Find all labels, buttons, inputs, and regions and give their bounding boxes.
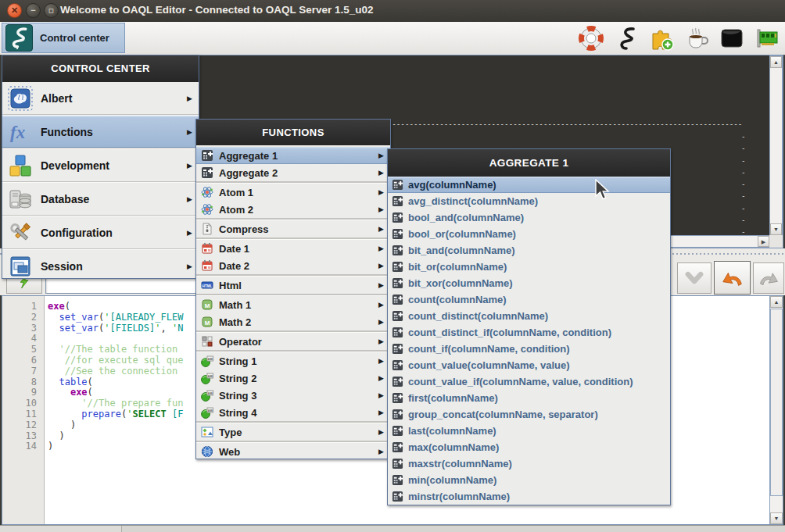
snake-icon[interactable] bbox=[614, 26, 639, 51]
menu-item-bit-and-label: bit_and(columnName) bbox=[408, 245, 515, 256]
menu-item-string-3[interactable]: ABString 3▶ bbox=[196, 387, 390, 404]
menu-item-avg-distinct[interactable]: avg_distinct(columnName) bbox=[388, 193, 670, 209]
menu-item-web-label: Web bbox=[219, 446, 240, 458]
albert-icon bbox=[8, 86, 33, 111]
menu-item-database-label: Database bbox=[41, 193, 89, 205]
menu-item-compress[interactable]: Compress▶ bbox=[196, 220, 390, 237]
menu-item-functions[interactable]: fxFunctions▶ bbox=[2, 116, 199, 148]
statusbar bbox=[0, 525, 785, 532]
menu-item-math-1[interactable]: MMath 1▶ bbox=[196, 296, 390, 313]
menu-item-development[interactable]: Development▶ bbox=[2, 149, 199, 181]
line-number: 1 bbox=[2, 302, 44, 312]
menu-item-count-distinct[interactable]: count_distinct(columnName) bbox=[388, 308, 670, 324]
menu-item-html[interactable]: HTMLHtml▶ bbox=[196, 277, 390, 294]
line-number: 12 bbox=[2, 420, 44, 431]
menu-item-math-2[interactable]: MMath 2▶ bbox=[196, 313, 390, 330]
expand-button[interactable] bbox=[677, 262, 712, 294]
control-center-button[interactable]: Control center bbox=[2, 23, 125, 53]
redo-button[interactable] bbox=[753, 262, 784, 294]
close-button[interactable]: ✕ bbox=[7, 3, 22, 18]
add-plugin-icon[interactable] bbox=[649, 26, 674, 51]
line-number: 13 bbox=[2, 431, 44, 442]
menu-item-aggregate-1[interactable]: Aggregate 1▶ bbox=[196, 147, 390, 164]
console-vertical-scrollbar[interactable]: ▲ ▼ bbox=[769, 55, 783, 236]
menu-item-count[interactable]: count(columnName) bbox=[388, 291, 670, 308]
menu-item-min[interactable]: min(columnName) bbox=[388, 472, 670, 488]
control-center-label: Control center bbox=[40, 32, 109, 44]
line-number: 14 bbox=[2, 441, 44, 452]
menu-item-compress-label: Compress bbox=[219, 223, 269, 235]
menu-item-bit-or[interactable]: bit_or(columnName) bbox=[388, 259, 670, 275]
menu-item-count-value[interactable]: count_value(columnName, value) bbox=[388, 357, 670, 373]
terminal-icon[interactable] bbox=[719, 26, 744, 51]
submenu-arrow-icon: ▶ bbox=[378, 409, 384, 416]
menu-item-web[interactable]: Web▶ bbox=[196, 443, 390, 460]
line-number: 3 bbox=[2, 323, 44, 334]
menu-item-database[interactable]: Database▶ bbox=[2, 183, 199, 215]
coffee-icon[interactable] bbox=[684, 26, 709, 51]
toolbar-icon-group bbox=[579, 23, 780, 53]
scroll-up-icon[interactable]: ▲ bbox=[770, 296, 783, 308]
menu-item-string-4[interactable]: ABString 4▶ bbox=[196, 404, 390, 421]
menu-item-bit-xor[interactable]: bit_xor(columnName) bbox=[388, 275, 670, 291]
menu-item-last[interactable]: last(columnName) bbox=[388, 423, 670, 439]
menu-item-count-if[interactable]: count_if(columnName, condition) bbox=[388, 341, 670, 357]
scroll-down-icon[interactable]: ▼ bbox=[770, 512, 783, 524]
menu-item-atom-1-label: Atom 1 bbox=[219, 187, 253, 198]
scrollbar-thumb[interactable] bbox=[770, 309, 783, 496]
menu-item-type[interactable]: Type▶ bbox=[196, 423, 390, 441]
aggregate-icon bbox=[392, 245, 403, 256]
menu-item-bool-or[interactable]: bool_or(columnName) bbox=[388, 226, 670, 242]
menu-item-count-value-if[interactable]: count_value_if(columnName, value, condit… bbox=[388, 373, 670, 390]
scroll-up-icon[interactable]: ▲ bbox=[770, 56, 782, 68]
menu-item-avg[interactable]: avg(columnName) bbox=[388, 177, 670, 193]
menu-item-albert[interactable]: Albert▶ bbox=[2, 82, 199, 114]
maximize-button[interactable]: ◻ bbox=[44, 3, 59, 18]
help-icon[interactable] bbox=[579, 26, 604, 51]
menu-item-group-concat-label: group_concat(columnName, separator) bbox=[408, 409, 598, 420]
menu-item-date-1[interactable]: Date 1▶ bbox=[196, 240, 390, 257]
scroll-right-icon[interactable]: ▶ bbox=[758, 236, 769, 247]
menu-item-first[interactable]: first(columnName) bbox=[388, 390, 670, 406]
aggregate-icon bbox=[392, 277, 403, 289]
menu-item-atom-2[interactable]: Atom 2▶ bbox=[196, 201, 390, 218]
scrollbar-corner bbox=[769, 235, 783, 248]
menu-item-atom-1[interactable]: Atom 1▶ bbox=[196, 184, 390, 201]
menu-item-minstr[interactable]: minstr(columnName) bbox=[388, 488, 670, 505]
submenu-arrow-icon: ▶ bbox=[378, 281, 384, 289]
menu-item-string-2[interactable]: ABString 2▶ bbox=[196, 370, 390, 387]
menu-item-maxstr[interactable]: maxstr(columnName) bbox=[388, 455, 670, 472]
menu-item-operator[interactable]: Operator▶ bbox=[196, 333, 390, 350]
menu-item-aggregate-2[interactable]: Aggregate 2▶ bbox=[196, 164, 390, 181]
menu-item-count-distinct-if[interactable]: count_distinct_if(columnName, condition) bbox=[388, 324, 670, 341]
control-center-menu: CONTROL CENTER Albert▶fxFunctions▶Develo… bbox=[2, 55, 199, 279]
aggregate-icon bbox=[392, 474, 403, 486]
menu-item-bit-and[interactable]: bit_and(columnName) bbox=[388, 242, 670, 259]
menu-item-group-concat[interactable]: group_concat(columnName, separator) bbox=[388, 406, 670, 423]
date-icon bbox=[201, 242, 213, 255]
configuration-icon bbox=[8, 220, 33, 245]
menu-item-date-2[interactable]: Date 2▶ bbox=[196, 257, 390, 274]
menu-item-bool-and[interactable]: bool_and(columnName) bbox=[388, 209, 670, 226]
menu-item-count-distinct-if-label: count_distinct_if(columnName, condition) bbox=[408, 327, 611, 338]
aggregate-icon bbox=[392, 327, 403, 338]
menu-item-string-1[interactable]: ABString 1▶ bbox=[196, 352, 390, 370]
line-number: 9 bbox=[2, 387, 44, 398]
menu-item-albert-label: Albert bbox=[41, 92, 72, 105]
undo-button[interactable] bbox=[714, 261, 751, 295]
svg-text:AB: AB bbox=[208, 357, 213, 361]
minimize-button[interactable]: − bbox=[26, 3, 41, 18]
undo-icon bbox=[721, 266, 744, 290]
menu-item-count-value-label: count_value(columnName, value) bbox=[408, 359, 570, 371]
functions-icon: fx bbox=[8, 120, 33, 145]
menu-item-max[interactable]: max(columnName) bbox=[388, 439, 670, 455]
submenu-arrow-icon: ▶ bbox=[187, 128, 192, 136]
menu-item-date-2-label: Date 2 bbox=[219, 260, 249, 272]
scroll-down-icon[interactable]: ▼ bbox=[770, 223, 782, 235]
menu-item-configuration[interactable]: Configuration▶ bbox=[2, 216, 199, 248]
date-icon bbox=[201, 259, 213, 272]
network-card-icon[interactable] bbox=[755, 26, 780, 51]
editor-vertical-scrollbar[interactable]: ▲ ▼ bbox=[769, 296, 783, 524]
menu-item-session[interactable]: Session▶ bbox=[2, 250, 199, 282]
aggregate-icon bbox=[392, 310, 403, 322]
